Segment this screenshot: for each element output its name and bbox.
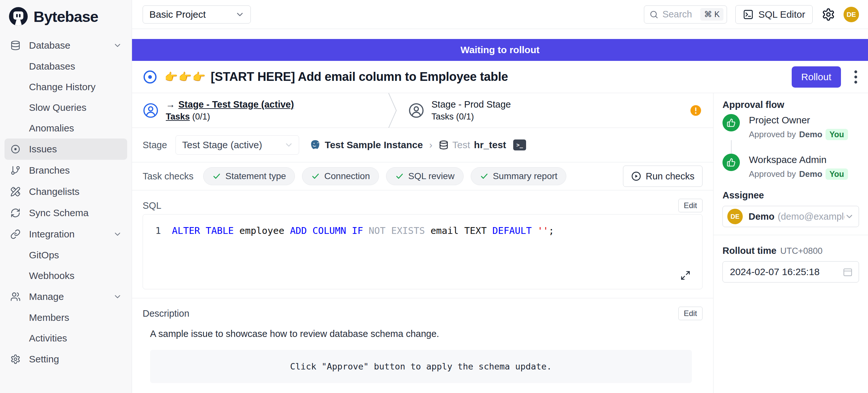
sql-section-head: SQL Edit — [143, 190, 703, 214]
pointing-hand-emoji: 👉👉👉 — [164, 70, 206, 83]
search-shortcut-badge: ⌘ K — [700, 8, 724, 21]
sidebar-item-label: Webhooks — [29, 270, 74, 281]
stage-card-prod[interactable]: Stage - Prod Stage Tasks (0/1) — [398, 93, 713, 127]
sidebar-item-issues[interactable]: Issues — [4, 139, 127, 160]
sql-editor-label: SQL Editor — [758, 9, 805, 20]
approval-step: Workspace Admin Approved by Demo You — [722, 154, 859, 180]
approval-connector-line — [731, 140, 732, 154]
sidebar-item-branches[interactable]: Branches — [4, 160, 127, 181]
sql-editor-button[interactable]: SQL Editor — [735, 5, 813, 24]
chevron-down-icon — [113, 41, 122, 50]
panel-divider — [713, 235, 868, 235]
line-number: 1 — [143, 224, 161, 237]
sidebar-item-webhooks[interactable]: Webhooks — [4, 266, 127, 286]
stage-separator-chevron — [388, 93, 398, 128]
sql-section: SQL Edit 1 ALTER TABLE employee ADD COLU… — [132, 190, 713, 289]
rollout-time-value: 2024-02-07 16:25:18 — [730, 266, 820, 277]
database-name[interactable]: hr_test — [474, 140, 506, 150]
timezone-label: UTC+0800 — [780, 246, 823, 256]
search-input[interactable]: Search ⌘ K — [644, 5, 727, 24]
approval-status: Approved by Demo You — [749, 169, 848, 180]
stage-label: Stage — [143, 140, 167, 150]
stage-select-dropdown[interactable]: Test Stage (active) — [176, 135, 299, 155]
sidebar-item-changelists[interactable]: Changelists — [4, 181, 127, 202]
sidebar-item-manage[interactable]: Manage — [4, 286, 127, 307]
kebab-menu-icon — [853, 69, 858, 85]
stage-tasks[interactable]: Tasks (0/1) — [166, 112, 294, 122]
project-selector[interactable]: Basic Project — [143, 5, 251, 24]
check-pill-label: SQL review — [408, 171, 455, 181]
sidebar-item-members[interactable]: Members — [4, 307, 127, 328]
stage-name: Stage - Prod Stage — [431, 99, 511, 110]
sidebar-item-activities[interactable]: Activities — [4, 328, 127, 349]
approval-flow-heading: Approval flow — [722, 99, 859, 110]
sidebar-item-label: Issues — [29, 144, 57, 155]
approved-thumbs-up-icon — [722, 154, 740, 171]
user-circle-icon — [408, 102, 424, 119]
approver-name: Demo — [799, 169, 822, 179]
maximize-icon — [680, 270, 691, 280]
approved-by-label: Approved by — [749, 169, 796, 179]
description-section: Description Edit A sample issue to showc… — [132, 298, 713, 383]
you-badge: You — [826, 129, 848, 140]
check-icon — [212, 172, 221, 181]
stage-link-test[interactable]: → Stage - Test Stage (active) — [166, 99, 294, 110]
sidebar-item-label: Sync Schema — [29, 207, 89, 218]
approval-role: Workspace Admin — [749, 154, 848, 165]
sidebar-item-gitops[interactable]: GitOps — [4, 245, 127, 266]
check-icon — [395, 172, 404, 181]
sql-statement: ALTER TABLE employee ADD COLUMN IF NOT E… — [172, 224, 554, 237]
sql-code-editor[interactable]: 1 ALTER TABLE employee ADD COLUMN IF NOT… — [143, 214, 703, 289]
refresh-icon — [10, 208, 21, 218]
bytebase-logo-icon — [8, 6, 28, 26]
sidebar-item-sync-schema[interactable]: Sync Schema — [4, 202, 127, 223]
approved-thumbs-up-icon — [722, 114, 740, 131]
assignee-dropdown[interactable]: DE Demo (demo@example — [722, 206, 859, 227]
calendar-icon[interactable] — [843, 267, 853, 277]
sidebar-item-anomalies[interactable]: Anomalies — [4, 118, 127, 139]
expand-fullscreen-button[interactable] — [680, 270, 691, 280]
sidebar-item-label: Slow Queries — [29, 102, 86, 113]
brand-logo[interactable]: Bytebase — [4, 4, 127, 35]
check-pill-summary-report[interactable]: Summary report — [471, 167, 567, 185]
tasks-label: Tasks — [431, 112, 454, 121]
gear-icon — [10, 354, 21, 364]
check-pill-sql-review[interactable]: SQL review — [386, 167, 464, 185]
settings-gear-button[interactable] — [822, 8, 835, 21]
main-area: Basic Project Search ⌘ K SQL Editor DE W… — [132, 0, 868, 393]
chevron-down-icon — [113, 230, 122, 239]
description-edit-button[interactable]: Edit — [678, 307, 703, 320]
rollout-time-input[interactable]: 2024-02-07 16:25:18 — [722, 261, 859, 282]
instance-name[interactable]: Test Sample Instance — [325, 140, 423, 150]
check-pill-connection[interactable]: Connection — [302, 167, 379, 185]
sidebar-item-database[interactable]: Database — [4, 35, 127, 56]
more-options-button[interactable] — [853, 69, 858, 85]
check-icon — [311, 172, 320, 181]
stage-select-value: Test Stage (active) — [182, 140, 262, 150]
check-pill-label: Connection — [324, 171, 370, 181]
open-sql-editor-chip[interactable]: >_ — [513, 140, 526, 150]
check-pill-statement-type[interactable]: Statement type — [203, 167, 295, 185]
you-badge: You — [826, 169, 848, 180]
sidebar-item-databases[interactable]: Databases — [4, 56, 127, 77]
sidebar-item-change-history[interactable]: Change History — [4, 77, 127, 97]
sidebar-item-integration[interactable]: Integration — [4, 223, 127, 245]
play-circle-icon — [631, 171, 641, 181]
user-avatar[interactable]: DE — [843, 7, 859, 22]
sidebar-item-setting[interactable]: Setting — [4, 349, 127, 370]
rollout-button[interactable]: Rollout — [792, 66, 841, 88]
user-circle-icon — [143, 102, 159, 119]
stage-card-test[interactable]: → Stage - Test Stage (active) Tasks (0/1… — [132, 93, 388, 127]
tasks-link[interactable]: Tasks — [166, 112, 190, 121]
run-checks-button[interactable]: Run checks — [623, 165, 703, 187]
sql-heading: SQL — [143, 200, 161, 211]
assignee-name: Demo — [749, 211, 775, 222]
database-icon — [10, 40, 21, 51]
sidebar-item-label: Changelists — [29, 186, 80, 197]
attention-icon — [690, 105, 702, 116]
sidebar-item-slow-queries[interactable]: Slow Queries — [4, 97, 127, 118]
description-text: A sample issue to showcase how to review… — [150, 329, 703, 339]
sql-edit-button[interactable]: Edit — [678, 199, 703, 212]
stage-texts: → Stage - Test Stage (active) Tasks (0/1… — [166, 99, 294, 122]
task-checks-row: Task checks Statement type Connection SQ… — [132, 162, 713, 190]
